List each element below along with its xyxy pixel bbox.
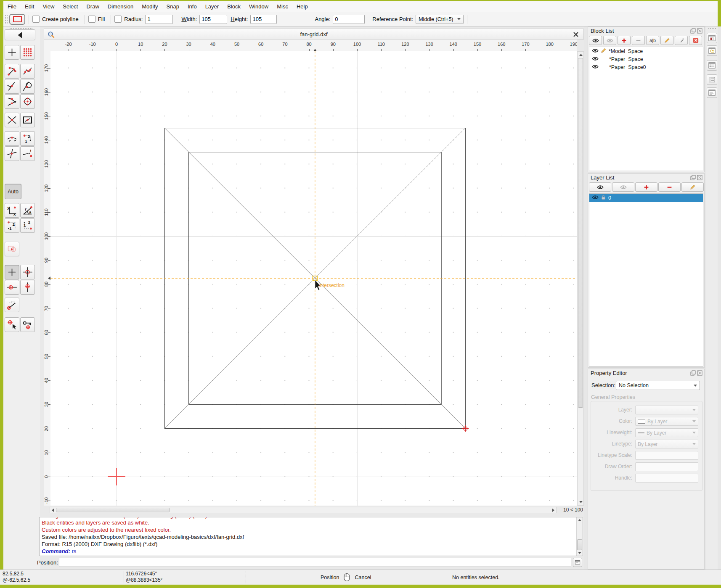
block-row[interactable]: *Paper_Space bbox=[589, 55, 703, 63]
snap-tangential-button[interactable] bbox=[20, 79, 35, 94]
radius-checkbox[interactable] bbox=[114, 16, 122, 23]
property-input[interactable] bbox=[635, 462, 698, 471]
hide-all-blocks-button[interactable] bbox=[603, 36, 616, 45]
snap-on-entity-button[interactable] bbox=[20, 64, 35, 79]
menu-window[interactable]: Window bbox=[245, 1, 273, 12]
float-panel-icon[interactable] bbox=[690, 28, 696, 34]
width-input[interactable] bbox=[199, 15, 227, 24]
eye-icon[interactable] bbox=[592, 64, 599, 71]
document-titlebar[interactable]: fan-grid.dxf bbox=[44, 29, 584, 40]
property-select[interactable]: By Layer bbox=[635, 440, 698, 448]
snap-perpendicular-button[interactable] bbox=[5, 79, 19, 94]
eye-icon[interactable] bbox=[592, 195, 599, 201]
command-line-toggle-button[interactable] bbox=[707, 87, 717, 98]
snap-intersection-button[interactable] bbox=[5, 113, 19, 127]
close-icon[interactable] bbox=[573, 31, 579, 38]
restrict-vertical-button[interactable] bbox=[20, 280, 35, 295]
angle-input[interactable] bbox=[333, 15, 365, 24]
menu-file[interactable]: File bbox=[3, 1, 21, 12]
toolbar-drag-handle[interactable] bbox=[5, 15, 8, 24]
set-relative-zero-button[interactable] bbox=[5, 317, 19, 332]
menu-select[interactable]: Select bbox=[58, 1, 82, 12]
property-select[interactable]: By Layer bbox=[635, 428, 698, 437]
edit-block-button[interactable] bbox=[660, 36, 673, 45]
insert-block-button[interactable] bbox=[675, 36, 688, 45]
auto-snap-button[interactable]: Auto bbox=[5, 184, 21, 199]
restrict-horizontal-button[interactable] bbox=[5, 280, 19, 295]
scroll-down-icon[interactable] bbox=[579, 501, 583, 503]
menu-dimension[interactable]: Dimension bbox=[103, 1, 138, 12]
scroll-up-icon[interactable] bbox=[578, 519, 581, 521]
property-editor-toggle-button[interactable] bbox=[707, 74, 717, 85]
h-scroll-thumb[interactable] bbox=[56, 508, 170, 512]
menu-help[interactable]: Help bbox=[292, 1, 312, 12]
coordinate-polar-button[interactable]: r a bbox=[20, 203, 35, 218]
v-scroll-thumb[interactable] bbox=[578, 58, 583, 408]
scroll-down-icon[interactable] bbox=[578, 552, 581, 554]
command-history-panel[interactable]: Saving to file format version 'R15 (2000… bbox=[39, 517, 583, 556]
toggle-command-widget-button[interactable] bbox=[573, 558, 582, 567]
block-row[interactable]: *Model_Space bbox=[589, 47, 703, 55]
purge-block-button[interactable] bbox=[689, 36, 702, 45]
hide-all-layers-button[interactable] bbox=[612, 182, 634, 192]
dock-drag-handle[interactable] bbox=[708, 28, 716, 30]
snap-center-button[interactable] bbox=[20, 94, 35, 109]
show-all-blocks-button[interactable] bbox=[589, 36, 602, 45]
radius-input[interactable] bbox=[145, 15, 173, 24]
restrict-orthogonal-button[interactable] bbox=[5, 242, 19, 256]
restrict-nothing-button[interactable] bbox=[5, 265, 19, 279]
close-panel-icon[interactable] bbox=[697, 370, 702, 376]
layer-list-toggle-button[interactable] bbox=[707, 60, 717, 71]
reference-point-select[interactable]: Middle (Ctrl+5) bbox=[416, 15, 464, 24]
menu-modify[interactable]: Modify bbox=[138, 1, 162, 12]
property-input[interactable] bbox=[635, 451, 698, 460]
remove-block-button[interactable] bbox=[632, 36, 645, 45]
snap-auto-button[interactable] bbox=[5, 131, 19, 146]
eye-icon[interactable] bbox=[592, 56, 599, 63]
menu-misc[interactable]: Misc bbox=[273, 1, 292, 12]
lock-icon[interactable] bbox=[601, 195, 606, 201]
show-all-layers-button[interactable] bbox=[589, 182, 611, 192]
block-list-toggle-button[interactable] bbox=[707, 45, 717, 56]
float-panel-icon[interactable] bbox=[690, 175, 696, 180]
float-panel-icon[interactable] bbox=[690, 370, 696, 376]
snap-grid-button[interactable] bbox=[20, 45, 35, 60]
snap-intersection-manual-button[interactable] bbox=[20, 113, 35, 127]
menu-info[interactable]: Info bbox=[183, 1, 201, 12]
close-panel-icon[interactable] bbox=[697, 175, 702, 180]
snap-reference-button[interactable]: 2 1 bbox=[20, 131, 35, 146]
remove-layer-button[interactable] bbox=[658, 182, 681, 192]
create-polyline-checkbox[interactable] bbox=[32, 16, 40, 23]
property-select[interactable]: By Layer bbox=[635, 417, 698, 426]
add-layer-button[interactable] bbox=[635, 182, 657, 192]
property-input[interactable] bbox=[635, 474, 698, 483]
eye-icon[interactable] bbox=[592, 48, 599, 55]
rectangle-tool-button[interactable] bbox=[9, 14, 25, 25]
snap-free-button[interactable] bbox=[5, 45, 19, 60]
cmd-scroll-thumb[interactable] bbox=[577, 539, 582, 550]
add-block-button[interactable] bbox=[618, 36, 631, 45]
menu-snap[interactable]: Snap bbox=[162, 1, 183, 12]
scroll-left-icon[interactable] bbox=[52, 509, 54, 512]
snap-crossing-button[interactable] bbox=[5, 146, 19, 161]
rename-block-button[interactable]: a|b bbox=[646, 36, 659, 45]
canvas-vertical-scrollbar[interactable] bbox=[577, 51, 584, 506]
fill-checkbox[interactable] bbox=[88, 16, 95, 23]
snap-distance-manual-button[interactable]: ! bbox=[20, 146, 35, 161]
back-button[interactable] bbox=[5, 29, 35, 40]
edit-layer-button[interactable] bbox=[681, 182, 704, 192]
coordinate-cartesian-button[interactable]: y x bbox=[5, 203, 19, 218]
canvas-horizontal-scrollbar[interactable] bbox=[50, 507, 557, 513]
drawing-canvas[interactable]: Intersection bbox=[50, 51, 577, 506]
property-select[interactable] bbox=[635, 406, 698, 414]
command-scrollbar[interactable] bbox=[576, 517, 583, 556]
ortho-yx-button[interactable]: 1 2 bbox=[20, 218, 35, 233]
menu-draw[interactable]: Draw bbox=[82, 1, 103, 12]
position-input[interactable] bbox=[59, 558, 571, 567]
layer-row[interactable]: 0 bbox=[589, 194, 703, 202]
snap-angle-button[interactable] bbox=[5, 298, 19, 312]
menu-layer[interactable]: Layer bbox=[201, 1, 223, 12]
menu-view[interactable]: View bbox=[38, 1, 58, 12]
block-row[interactable]: *Paper_Space0 bbox=[589, 63, 703, 71]
selection-select[interactable]: No Selection bbox=[616, 381, 700, 390]
